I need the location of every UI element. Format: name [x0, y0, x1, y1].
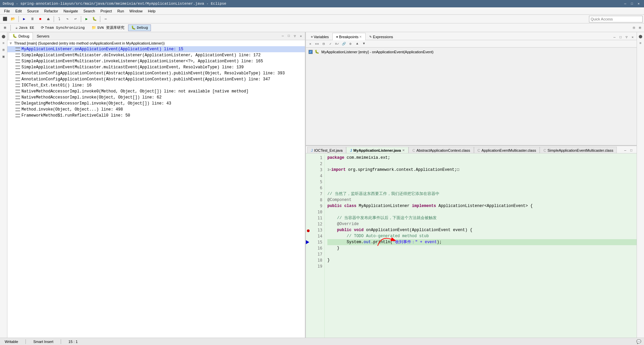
open-perspective[interactable]: ⊞ — [1, 24, 9, 31]
menu-navigate[interactable]: Navigate — [61, 8, 80, 14]
menu-source[interactable]: Source — [24, 8, 42, 14]
bp-remove-btn[interactable]: ✕ — [307, 41, 313, 47]
svn-label: SVN 资源库研究 — [97, 25, 124, 30]
window-title: Debug - spring-annotation-liayun/src/mai… — [3, 2, 226, 6]
stack-frame-7[interactable]: NativeMethodAccessorImpl.invoke0(Method,… — [7, 88, 305, 94]
right-icon-2[interactable]: ≡ — [638, 40, 644, 46]
bp-minimize-btn[interactable]: — — [612, 34, 617, 40]
minimize-button[interactable]: — — [623, 1, 628, 6]
left-icon-4[interactable]: ▣ — [1, 54, 7, 60]
bp-close-btn[interactable]: ✕ — [630, 34, 635, 40]
menu-run[interactable]: Run — [115, 8, 127, 14]
perspective-team[interactable]: ⟳ Team Synchronizing — [38, 24, 88, 31]
tab-expressions[interactable]: ✎ Expressions — [366, 33, 397, 40]
right-icon-1[interactable]: ⬤ — [638, 33, 644, 40]
toolbar-run[interactable]: ▶ — [83, 15, 90, 23]
debug-close-btn[interactable]: ✕ — [298, 33, 304, 39]
menu-help[interactable]: Help — [145, 8, 158, 14]
toolbar-more[interactable]: ⋯ — [102, 15, 109, 23]
menu-search[interactable]: Search — [81, 8, 98, 14]
menu-window[interactable]: Window — [127, 8, 145, 14]
stack-frame-10[interactable]: Method.invoke(Object, Object...) line: 4… — [7, 107, 305, 113]
editor-minimize-btn[interactable]: — — [623, 148, 628, 153]
editor-tab-eventmulticaster[interactable]: C ApplicationEventMulticaster.class — [474, 147, 540, 153]
left-icon-3[interactable]: ⊞ — [1, 47, 7, 53]
stack-frame-9[interactable]: DelegatingMethodAccessorImpl.invoke(Obje… — [7, 100, 305, 107]
bp-toggle-all-btn[interactable]: ≡✓ — [334, 41, 340, 47]
editor-tab-abstractctx[interactable]: C AbstractApplicationContext.class — [409, 147, 474, 153]
tab-breakpoints-close[interactable]: ✕ — [359, 35, 362, 39]
stack-frame-6[interactable]: IOCTest_Ext.test01() line: 16 — [7, 82, 305, 88]
stack-frame-1[interactable]: SimpleApplicationEventMulticaster.doInvo… — [7, 52, 305, 58]
tab-servers[interactable]: Servers — [33, 32, 53, 40]
close-button[interactable]: ✕ — [636, 1, 641, 6]
tab-debug[interactable]: 🐛 Debug — [9, 32, 33, 40]
marker-19 — [306, 263, 311, 269]
left-icon-1[interactable]: ⬤ — [1, 33, 7, 40]
toolbar-step-into[interactable]: ⤵ — [56, 15, 63, 23]
bp-link-editor-btn[interactable]: 🔗 — [341, 41, 347, 47]
editor-tab-ioctest[interactable]: J IOCTest_Ext.java — [307, 147, 346, 153]
stack-frame-8[interactable]: NativeMethodAccessorImpl.invoke(Object, … — [7, 94, 305, 100]
bp-settings-btn[interactable]: ⚙ — [347, 41, 354, 47]
bp-maximize-btn[interactable]: □ — [618, 34, 623, 40]
stack-frame-0[interactable]: MyApplicationListener.onApplicationEvent… — [7, 46, 305, 52]
debug-tree[interactable]: ▽ Thread [main] (Suspended (entry into m… — [7, 40, 305, 338]
marker-5 — [306, 179, 311, 185]
thread-row[interactable]: ▽ Thread [main] (Suspended (entry into m… — [7, 40, 305, 46]
debug-minimize-btn[interactable]: — — [280, 33, 285, 39]
toolbar-new[interactable]: ⬛ — [1, 15, 9, 23]
toolbar-debug-disconnect[interactable]: ⏏ — [45, 15, 52, 23]
editor-maximize-btn[interactable]: □ — [629, 148, 634, 153]
left-icon-2[interactable]: ≡ — [1, 40, 7, 46]
stack-frame-3[interactable]: SimpleApplicationEventMulticaster.multic… — [7, 64, 305, 70]
stack-frame-4[interactable]: AnnotationConfigApplicationContext(Abstr… — [7, 70, 305, 76]
stack-frame-2[interactable]: SimpleApplicationEventMulticaster.invoke… — [7, 58, 305, 64]
debug-maximize-btn[interactable]: □ — [286, 33, 291, 39]
editor-tab-mylistener[interactable]: J MyApplicationListener.java ✕ — [346, 147, 409, 153]
tab-mylistener-close[interactable]: ✕ — [402, 149, 405, 152]
code-content[interactable]: package com.meimeixia.ext; 3+import org.… — [325, 155, 637, 338]
menu-edit[interactable]: Edit — [13, 8, 24, 14]
bp-show-details-btn[interactable]: ⊟ — [321, 41, 327, 47]
breakpoint-item-0[interactable]: ✓ 🐛 MyApplicationListener [entry] - onAp… — [309, 49, 634, 55]
bp-view-menu-btn[interactable]: ▽ — [624, 34, 629, 40]
tab-breakpoints[interactable]: ● Breakpoints ✕ — [332, 33, 366, 40]
marker-6 — [306, 185, 311, 191]
toolbar-debug-launch[interactable]: 🐛 — [91, 15, 98, 23]
toolbar-step-over[interactable]: ↷ — [64, 15, 71, 23]
bp-checkbox-0[interactable]: ✓ — [309, 50, 313, 54]
marker-2 — [306, 161, 311, 167]
stack-frame-11[interactable]: FrameworkMethod$1.runReflectiveCall0 lin… — [7, 113, 305, 119]
code-line-4 — [327, 173, 637, 179]
stack-frame-5[interactable]: AnnotationConfigApplicationContext(Abstr… — [7, 76, 305, 82]
perspective-debug[interactable]: 🐛 Debug — [128, 24, 151, 31]
bp-collapse-btn[interactable]: ▲ — [354, 41, 360, 47]
tab-variables[interactable]: ≡ Variables — [307, 33, 332, 40]
maximize-button[interactable]: □ — [629, 1, 635, 6]
persp-toolbar-btn2[interactable]: ⊞ — [637, 25, 643, 30]
toolbar-debug-resume[interactable]: ▶ — [20, 15, 28, 23]
bp-expand-btn[interactable]: ▼ — [361, 41, 367, 47]
toolbar-debug-stop[interactable]: ■ — [37, 15, 44, 23]
menu-file[interactable]: File — [1, 8, 13, 14]
right-section: ≡ Variables ● Breakpoints ✕ ✎ Expression… — [306, 32, 637, 338]
toolbar-open[interactable]: 📂 — [9, 15, 17, 23]
persp-toolbar-btn1[interactable]: ⊟ — [631, 25, 637, 30]
stack-frame-7-text: NativeMethodAccessorImpl.invoke0(Method,… — [21, 89, 249, 94]
right-sidebar-icons: ⬤ ≡ — [637, 32, 644, 338]
debug-view-menu-btn[interactable]: ▽ — [292, 33, 298, 39]
toolbar-debug-suspend[interactable]: ⏸ — [29, 15, 36, 23]
arrow-annotation — [374, 232, 401, 249]
status-icon-1[interactable]: 💬 — [636, 339, 641, 344]
editor-tab-simpleeventmulticaster[interactable]: C SimpleApplicationEventMulticaster.clas… — [540, 147, 617, 153]
bp-toggle-btn[interactable]: ✓ — [327, 41, 333, 47]
toolbar-sep-4 — [100, 16, 100, 22]
menu-project[interactable]: Project — [98, 8, 114, 14]
perspective-svn[interactable]: 📁 SVN 资源库研究 — [89, 24, 127, 31]
bp-remove-all-btn[interactable]: ✕✕ — [314, 41, 320, 47]
toolbar-step-return[interactable]: ↩ — [72, 15, 79, 23]
perspective-javaee[interactable]: ☕ Java EE — [12, 24, 37, 31]
menu-refactor[interactable]: Refactor — [42, 8, 61, 14]
quick-access-input[interactable] — [589, 16, 643, 22]
